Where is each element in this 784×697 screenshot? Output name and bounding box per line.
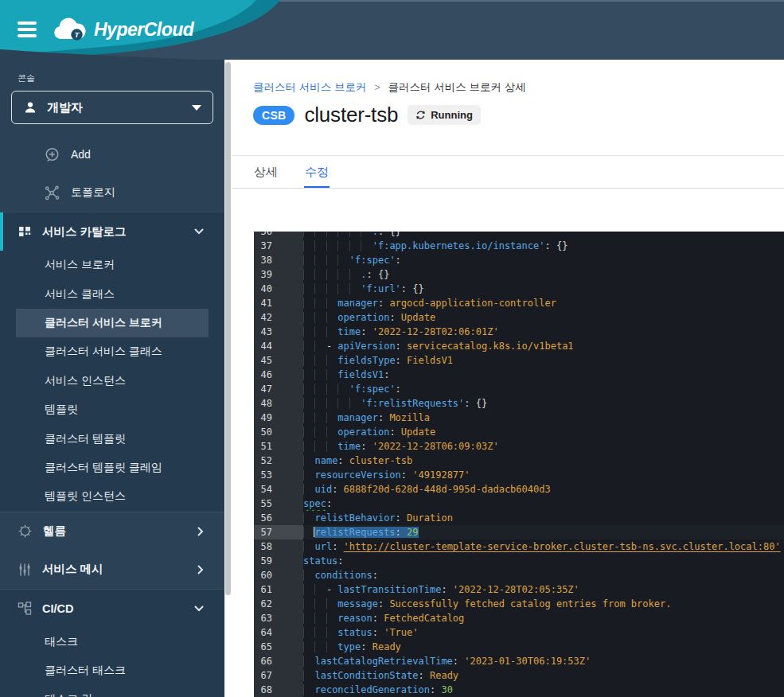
code-text[interactable]: - lastTransitionTime: '2022-12-28T02:05:… <box>303 582 784 597</box>
code-line[interactable]: 36 .: {} <box>254 232 784 239</box>
sidebar-subitem-service-instance[interactable]: 서비스 인스턴스 <box>0 367 224 395</box>
code-text[interactable]: fieldsType: FieldsV1 <box>303 353 784 368</box>
sidebar-subitem-service-class[interactable]: 서비스 클래스 <box>0 279 224 308</box>
code-line[interactable]: 55spec: <box>254 496 784 511</box>
line-number: 46 <box>254 368 303 382</box>
sidebar-nav: Add 토폴로지 서비스 카탈로그 <box>0 135 224 697</box>
menu-hamburger-button[interactable] <box>18 21 37 38</box>
code-text[interactable]: manager: argocd-application-controller <box>303 296 784 310</box>
sidebar-subitem-cluster-service-broker[interactable]: 클러스터 서비스 브로커 <box>16 309 209 337</box>
code-text[interactable]: relistRequests: 29 <box>303 525 784 539</box>
code-line[interactable]: 63 reason: FetchedCatalog <box>254 611 784 625</box>
code-text[interactable]: lastCatalogRetrievalTime: '2023-01-30T06… <box>303 654 784 668</box>
code-text[interactable]: url: 'http://cluster-template-service-br… <box>303 539 784 554</box>
sidebar-subitem-service-broker[interactable]: 서비스 브로커 <box>0 251 224 279</box>
sidebar-subitem-cluster-task[interactable]: 클러스터 태스크 <box>0 656 224 685</box>
code-line[interactable]: 40 'f:url': {} <box>254 282 784 296</box>
sidebar-item-label: 토폴로지 <box>71 185 115 200</box>
code-line[interactable]: 57 relistRequests: 29 <box>254 525 784 539</box>
code-line[interactable]: 51 time: '2022-12-28T06:09:03Z' <box>254 439 784 454</box>
sidebar-item-topology[interactable]: 토폴로지 <box>0 173 224 212</box>
code-text[interactable]: uid: 6888f20d-628d-448d-995d-dadacb6040d… <box>303 482 784 496</box>
code-line[interactable]: 48 'f:relistRequests': {} <box>254 396 784 411</box>
code-editor[interactable]: 36 .: {}37 'f:app.kubernetes.io/instance… <box>254 232 784 697</box>
line-number: 40 <box>254 282 303 296</box>
code-text[interactable]: name: cluster-tsb <box>303 454 784 468</box>
code-line[interactable]: 50 operation: Update <box>254 425 784 439</box>
code-line[interactable]: 38 'f:spec': <box>254 253 784 267</box>
sidebar-subitem-cluster-template[interactable]: 클러스터 템플릿 <box>0 424 224 453</box>
sidebar-subitem-template[interactable]: 템플릿 <box>0 395 224 424</box>
code-text[interactable]: reconciledGeneration: 30 <box>303 683 784 697</box>
code-line[interactable]: 67 lastConditionState: Ready <box>254 668 784 683</box>
code-line[interactable]: 64 status: 'True' <box>254 625 784 640</box>
code-text[interactable]: resourceVersion: '49192877' <box>303 468 784 482</box>
tab-edit[interactable]: 수정 <box>304 156 330 189</box>
code-line[interactable]: 43 time: '2022-12-28T02:06:01Z' <box>254 325 784 339</box>
sidebar-subitem-cluster-service-class[interactable]: 클러스터 서비스 클래스 <box>0 337 224 366</box>
code-line[interactable]: 65 type: Ready <box>254 640 784 654</box>
code-text[interactable]: time: '2022-12-28T02:06:01Z' <box>303 325 784 339</box>
code-line[interactable]: 53 resourceVersion: '49192877' <box>254 468 784 482</box>
code-line[interactable]: 46 fieldsV1: <box>254 368 784 382</box>
code-line[interactable]: 56 relistBehavior: Duration <box>254 511 784 525</box>
code-text[interactable]: 'f:spec': <box>303 382 784 396</box>
code-text[interactable]: type: Ready <box>303 640 784 654</box>
code-line[interactable]: 60 conditions: <box>254 568 784 582</box>
content-scrollbar-thumb[interactable] <box>225 62 231 595</box>
code-text[interactable]: operation: Update <box>303 310 784 325</box>
code-text[interactable]: conditions: <box>303 568 784 582</box>
code-text[interactable]: manager: Mozilla <box>303 411 784 425</box>
code-text[interactable]: - apiVersion: servicecatalog.k8s.io/v1be… <box>303 339 784 353</box>
code-line[interactable]: 42 operation: Update <box>254 310 784 325</box>
code-text[interactable]: reason: FetchedCatalog <box>303 611 784 625</box>
code-text[interactable]: status: 'True' <box>303 625 784 640</box>
code-line[interactable]: 39 .: {} <box>254 267 784 282</box>
code-line[interactable]: 52 name: cluster-tsb <box>254 454 784 468</box>
code-text[interactable]: status: <box>303 554 784 568</box>
perspective-dropdown[interactable]: 개발자 <box>11 91 213 124</box>
code-line[interactable]: 66 lastCatalogRetrievalTime: '2023-01-30… <box>254 654 784 668</box>
code-line[interactable]: 59status: <box>254 554 784 568</box>
code-line[interactable]: 68 reconciledGeneration: 30 <box>254 683 784 697</box>
code-text[interactable]: operation: Update <box>303 425 784 439</box>
sidebar-section-service-mesh[interactable]: 서비스 메시 <box>0 551 224 589</box>
sidebar-subitem-cluster-template-claim[interactable]: 클러스터 템플릿 클레임 <box>0 454 224 482</box>
code-text[interactable]: message: Successfully fetched catalog en… <box>303 597 784 611</box>
code-line[interactable]: 49 manager: Mozilla <box>254 411 784 425</box>
sidebar-section-service-catalog[interactable]: 서비스 카탈로그 <box>0 212 224 251</box>
code-line[interactable]: 44 - apiVersion: servicecatalog.k8s.io/v… <box>254 339 784 353</box>
code-text[interactable]: 'f:relistRequests': {} <box>303 396 784 411</box>
sidebar-section-helm[interactable]: 헬름 <box>0 512 224 551</box>
code-text[interactable]: .: {} <box>303 232 784 239</box>
perspective-value: 개발자 <box>47 100 83 115</box>
code-text[interactable]: fieldsV1: <box>303 368 784 382</box>
sidebar-section-label: 헬름 <box>43 524 66 539</box>
code-text[interactable]: 'f:app.kubernetes.io/instance': {} <box>303 239 784 253</box>
code-text[interactable]: relistBehavior: Duration <box>303 511 784 525</box>
sidebar-item-add[interactable]: Add <box>0 135 224 173</box>
sidebar-section-cicd[interactable]: CI/CD <box>0 590 224 628</box>
code-line[interactable]: 54 uid: 6888f20d-628d-448d-995d-dadacb60… <box>254 482 784 496</box>
code-line[interactable]: 58 url: 'http://cluster-template-service… <box>254 539 784 554</box>
sidebar-subitem-task-run[interactable]: 태스크 런 <box>0 685 224 697</box>
code-line[interactable]: 61 - lastTransitionTime: '2022-12-28T02:… <box>254 582 784 597</box>
app-header: T HyperCloud <box>0 0 784 60</box>
app-logo: T HyperCloud <box>53 18 193 42</box>
code-text[interactable]: spec: <box>303 496 784 511</box>
cloud-logo-icon: T <box>53 18 88 42</box>
code-line[interactable]: 62 message: Successfully fetched catalog… <box>254 597 784 611</box>
code-line[interactable]: 45 fieldsType: FieldsV1 <box>254 353 784 368</box>
breadcrumb-link[interactable]: 클러스터 서비스 브로커 <box>253 80 367 95</box>
code-line[interactable]: 41 manager: argocd-application-controlle… <box>254 296 784 310</box>
sidebar-subitem-task[interactable]: 태스크 <box>0 628 224 656</box>
code-text[interactable]: time: '2022-12-28T06:09:03Z' <box>303 439 784 454</box>
code-text[interactable]: 'f:spec': <box>303 253 784 267</box>
tab-detail[interactable]: 상세 <box>253 156 279 189</box>
code-text[interactable]: .: {} <box>303 267 784 282</box>
code-text[interactable]: 'f:url': {} <box>303 282 784 296</box>
code-text[interactable]: lastConditionState: Ready <box>303 668 784 683</box>
sidebar-subitem-template-instance[interactable]: 템플릿 인스턴스 <box>0 482 224 511</box>
code-line[interactable]: 47 'f:spec': <box>254 382 784 396</box>
code-line[interactable]: 37 'f:app.kubernetes.io/instance': {} <box>254 239 784 253</box>
